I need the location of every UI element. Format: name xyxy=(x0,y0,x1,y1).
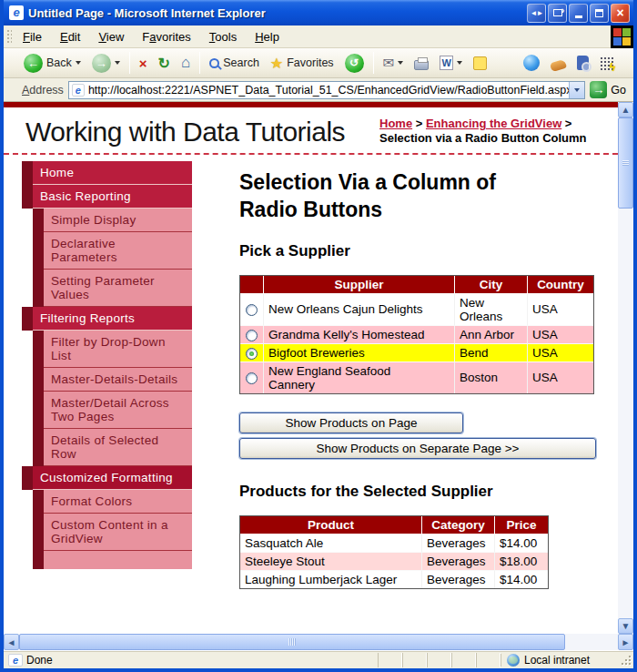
menu-item-help[interactable]: Help xyxy=(246,27,288,46)
snagit-button[interactable] xyxy=(546,54,571,73)
breadcrumb-link-1[interactable]: Enhancing the GridView xyxy=(426,117,561,130)
supplier-radio-button[interactable] xyxy=(246,330,258,341)
supplier-radio-button[interactable] xyxy=(246,304,258,316)
supplier-name-cell: Bigfoot Breweries xyxy=(264,344,455,362)
left-right-arrows-icon: ◄► xyxy=(531,9,543,17)
security-zone: Local intranet xyxy=(500,654,617,667)
search-icon xyxy=(209,58,219,68)
search-button[interactable]: Search xyxy=(205,54,264,72)
sidebar-item-label: Home xyxy=(33,161,192,185)
product-category-cell: Beverages xyxy=(422,571,495,588)
supplier-radio-button[interactable] xyxy=(246,372,258,384)
messenger-button[interactable] xyxy=(519,52,544,74)
forward-icon: → xyxy=(92,54,111,73)
show-products-on-page-button[interactable]: Show Products on Page xyxy=(239,412,463,433)
sidebar-item-custom-content-in-a-gridview[interactable]: Custom Content in a GridView xyxy=(33,514,192,551)
horizontal-scroll-trough[interactable] xyxy=(565,634,618,650)
forward-button[interactable]: → xyxy=(87,51,125,76)
sidebar-item-filtering-reports[interactable]: Filtering Reports xyxy=(22,307,192,331)
supplier-radio-cell xyxy=(240,344,264,362)
go-button[interactable]: → Go xyxy=(590,81,630,98)
menu-item-file[interactable]: File xyxy=(14,27,51,46)
sidebar-item-details-of-selected-row[interactable]: Details of Selected Row xyxy=(33,429,192,466)
horizontal-scroll-thumb[interactable] xyxy=(19,634,565,650)
sidebar-item-master-detail-across-two-pages[interactable]: Master/Detail Across Two Pages xyxy=(33,392,192,429)
print-button[interactable] xyxy=(410,54,433,73)
back-button[interactable]: ← Back xyxy=(19,51,86,76)
address-dropdown-button[interactable] xyxy=(569,82,584,98)
main-content: Selection Via a Column of Radio Buttons … xyxy=(192,155,618,634)
scroll-left-button[interactable]: ◄ xyxy=(4,634,19,650)
minimize-button[interactable] xyxy=(569,4,588,23)
stop-button[interactable]: × xyxy=(135,53,152,74)
sidebar-item-label: Format Colors xyxy=(44,490,192,514)
sidebar-item-customized-formatting[interactable]: Customized Formatting xyxy=(22,466,192,490)
maximize-icon xyxy=(595,9,603,17)
send-to-tray-button[interactable] xyxy=(548,4,567,23)
windows-logo-icon xyxy=(611,25,633,48)
supplier-radio-button[interactable] xyxy=(246,348,258,360)
pane-arrows-button[interactable]: ◄► xyxy=(527,4,546,23)
supplier-row: Grandma Kelly's HomesteadAnn ArborUSA xyxy=(240,326,593,344)
menu-item-tools[interactable]: Tools xyxy=(200,27,246,46)
sidebar-item-simple-display[interactable]: Simple Display xyxy=(33,209,192,232)
address-field[interactable]: e http://localhost:2221/ASPNET_Data_Tuto… xyxy=(68,81,585,99)
show-products-separate-page-button[interactable]: Show Products on Separate Page >> xyxy=(239,438,596,459)
refresh-button[interactable]: ↻ xyxy=(154,52,175,75)
sidebar-item-home[interactable]: Home xyxy=(22,161,192,185)
sidebar-item-declarative-parameters[interactable]: Declarative Parameters xyxy=(33,232,192,270)
scroll-right-button[interactable]: ► xyxy=(618,634,633,650)
menu-item-favorites[interactable]: Favorites xyxy=(133,27,199,46)
vertical-scroll-trough[interactable] xyxy=(618,209,633,618)
toolbar-grip[interactable] xyxy=(5,28,12,45)
nav-rail xyxy=(33,232,44,270)
forward-dropdown-icon xyxy=(115,61,120,65)
sidebar-item-filter-by-drop-down-list[interactable]: Filter by Drop-Down List xyxy=(33,331,192,368)
mail-icon: ✉ xyxy=(383,55,395,71)
resize-grip[interactable] xyxy=(620,654,632,666)
menu-item-view[interactable]: View xyxy=(89,27,133,46)
products-body: Sasquatch AleBeverages$14.00Steeleye Sto… xyxy=(240,535,548,588)
home-button[interactable]: ⌂ xyxy=(177,51,195,75)
scroll-up-button[interactable]: ▲ xyxy=(618,102,633,117)
supplier-name-cell: Grandma Kelly's Homestead xyxy=(264,326,455,344)
nav-rail xyxy=(33,514,44,551)
page-header: Working with Data Tutorials Home > Enhan… xyxy=(4,107,618,155)
sidebar-item-setting-parameter-values[interactable]: Setting Parameter Values xyxy=(33,270,192,307)
breadcrumb-link-0[interactable]: Home xyxy=(379,117,412,130)
sidebar-item-format-colors[interactable]: Format Colors xyxy=(33,490,192,514)
actions: Show Products on Page Show Products on S… xyxy=(239,412,600,459)
back-label: Back xyxy=(46,56,72,69)
product-name-cell: Steeleye Stout xyxy=(240,553,422,571)
suppliers-column-header: Country xyxy=(528,276,593,294)
mail-button[interactable]: ✉ xyxy=(379,52,409,74)
notes-button[interactable] xyxy=(469,54,491,73)
menu-item-edit[interactable]: Edit xyxy=(51,27,89,46)
product-price-cell: $14.00 xyxy=(495,535,548,553)
favorites-button[interactable]: ★ Favorites xyxy=(266,52,339,75)
status-text: Done xyxy=(26,654,53,667)
addon-grid-button[interactable] xyxy=(595,54,618,73)
edit-word-button[interactable]: W xyxy=(435,53,467,73)
nav-rail xyxy=(22,466,33,490)
sidebar-item-master-details-details[interactable]: Master-Details-Details xyxy=(33,368,192,392)
word-dropdown-icon xyxy=(457,61,462,65)
scroll-down-button[interactable]: ▼ xyxy=(618,618,633,634)
address-url[interactable]: http://localhost:2221/ASPNET_Data_Tutori… xyxy=(88,84,569,97)
sidebar-item-basic-reporting[interactable]: Basic Reporting xyxy=(22,185,192,209)
supplier-name-cell: New Orleans Cajun Delights xyxy=(264,294,455,326)
grid-lightning-icon xyxy=(600,56,613,70)
product-price-cell: $18.00 xyxy=(495,553,548,571)
close-button[interactable]: × xyxy=(611,4,630,23)
research-button[interactable] xyxy=(572,53,593,73)
sidebar-item-label: Declarative Parameters xyxy=(44,232,192,270)
mail-dropdown-icon xyxy=(398,61,403,65)
zone-label: Local intranet xyxy=(524,654,590,667)
standard-toolbar: ← Back → × ↻ ⌂ Search ★ Favorites ↺ ✉ W xyxy=(4,48,633,78)
maximize-button[interactable] xyxy=(590,4,609,23)
intranet-globe-icon xyxy=(507,654,520,667)
history-button[interactable]: ↺ xyxy=(340,51,369,76)
nav-bar xyxy=(44,551,192,569)
product-category-cell: Beverages xyxy=(422,535,495,553)
vertical-scroll-thumb[interactable] xyxy=(618,117,633,209)
